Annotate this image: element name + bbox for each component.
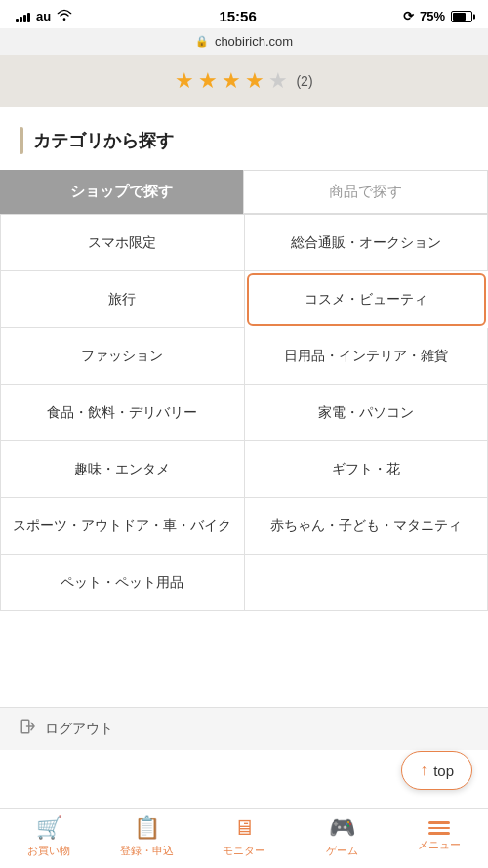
- cat-right-1-highlighted[interactable]: コスメ・ビューティ: [247, 273, 487, 326]
- monitor-icon: 🖥: [233, 815, 255, 841]
- bottom-nav: 🛒 お買い物 📋 登録・申込 🖥 モニター 🎮 ゲーム メニュー: [0, 808, 488, 868]
- cat-left-4[interactable]: 趣味・エンタメ: [1, 441, 245, 498]
- cat-right-0[interactable]: 総合通販・オークション: [245, 215, 489, 271]
- cat-left-2[interactable]: ファッション: [1, 328, 245, 385]
- cat-left-1[interactable]: 旅行: [1, 271, 245, 328]
- status-left: au: [16, 9, 72, 23]
- status-right: ⟳ 75%: [403, 9, 472, 23]
- cat-left-5[interactable]: スポーツ・アウトドア・車・バイク: [1, 498, 245, 555]
- cat-right-2[interactable]: 日用品・インテリア・雑貨: [245, 328, 489, 385]
- section-title-bar: [20, 127, 23, 154]
- monitor-label: モニター: [223, 844, 265, 858]
- register-icon: 📋: [134, 815, 160, 841]
- register-label: 登録・申込: [120, 844, 174, 858]
- cat-left-6[interactable]: ペット・ペット用品: [1, 555, 245, 611]
- star-4: ★: [245, 68, 264, 94]
- game-label: ゲーム: [326, 844, 358, 858]
- star-1: ★: [175, 68, 194, 94]
- nav-monitor[interactable]: 🖥 モニター: [195, 815, 293, 858]
- carrier-label: au: [36, 9, 51, 23]
- game-icon: 🎮: [329, 815, 355, 841]
- logout-icon: [20, 718, 37, 740]
- shopping-icon: 🛒: [36, 815, 62, 841]
- star-3: ★: [222, 68, 241, 94]
- tab-switcher: ショップで探す 商品で探す: [0, 170, 488, 215]
- cat-left-3[interactable]: 食品・飲料・デリバリー: [1, 385, 245, 441]
- cat-left-0[interactable]: スマホ限定: [1, 215, 245, 271]
- top-arrow-icon: ↑: [420, 762, 427, 779]
- cat-right-3[interactable]: 家電・パソコン: [245, 385, 489, 441]
- section-title: カテゴリから探す: [33, 129, 174, 152]
- review-count: (2): [296, 73, 312, 89]
- stars-row: ★ ★ ★ ★ ★ (2): [175, 68, 312, 94]
- rotation-icon: ⟳: [403, 9, 414, 23]
- status-bar: au 15:56 ⟳ 75%: [0, 0, 488, 28]
- top-card: ★ ★ ★ ★ ★ (2): [0, 55, 488, 107]
- star-5: ★: [268, 68, 288, 94]
- cat-right-6: [245, 555, 489, 611]
- menu-label: メニュー: [418, 838, 461, 852]
- section-title-area: カテゴリから探す: [0, 107, 488, 170]
- browser-bar: 🔒 chobirich.com: [0, 28, 488, 55]
- cat-right-4[interactable]: ギフト・花: [245, 441, 489, 498]
- tab-shop[interactable]: ショップで探す: [0, 170, 243, 214]
- category-grid: スマホ限定 総合通販・オークション 旅行 コスメ・ビューティ ファッション 日用…: [0, 215, 488, 611]
- star-2: ★: [198, 68, 218, 94]
- battery-icon: [451, 11, 472, 22]
- battery-percent: 75%: [420, 9, 445, 23]
- tab-item[interactable]: 商品で探す: [243, 170, 488, 214]
- nav-shopping[interactable]: 🛒 お買い物: [0, 815, 98, 858]
- top-button[interactable]: ↑ top: [401, 751, 472, 790]
- top-button-label: top: [433, 763, 454, 779]
- nav-game[interactable]: 🎮 ゲーム: [293, 815, 390, 858]
- nav-register[interactable]: 📋 登録・申込: [98, 815, 195, 858]
- shopping-label: お買い物: [27, 844, 70, 858]
- signal-icon: [16, 11, 30, 22]
- cat-right-5[interactable]: 赤ちゃん・子ども・マタニティ: [245, 498, 489, 555]
- status-time: 15:56: [219, 8, 256, 24]
- nav-menu[interactable]: メニュー: [390, 821, 488, 852]
- logout-label: ログアウト: [45, 721, 113, 738]
- wifi-icon: [57, 9, 72, 23]
- browser-domain: chobirich.com: [215, 34, 293, 49]
- logout-bar[interactable]: ログアウト: [0, 707, 488, 750]
- top-button-container[interactable]: ↑ top: [401, 751, 472, 790]
- menu-icon: [428, 821, 450, 835]
- lock-icon: 🔒: [195, 35, 209, 48]
